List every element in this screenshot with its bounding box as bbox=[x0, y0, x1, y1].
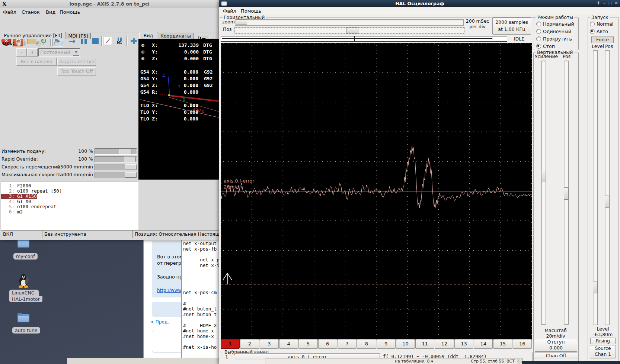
tab-mdi[interactable]: MDI [F5] bbox=[65, 33, 91, 39]
tux-penguin-icon[interactable] bbox=[17, 273, 30, 288]
channel-button-3[interactable]: 3 bbox=[260, 339, 279, 349]
desktop-icon-my-conf[interactable]: my-conf bbox=[13, 253, 38, 260]
axis-radio-x[interactable]: X bbox=[16, 41, 26, 46]
zoom-slider[interactable] bbox=[235, 19, 464, 26]
slider-handle[interactable] bbox=[125, 172, 137, 178]
gain-slider[interactable] bbox=[541, 61, 546, 325]
tool-touch-off-button[interactable]: Tool Touch Off bbox=[57, 67, 96, 75]
channel-button-13[interactable]: 13 bbox=[454, 339, 473, 349]
preview-panel[interactable]: Z Y X 150.0 ⊕X:137.339DTG ⊕Y:0.000DTG ⊕Z… bbox=[138, 39, 219, 180]
trigger-source-button[interactable]: SourceChan 1 bbox=[590, 345, 616, 358]
override-slider[interactable] bbox=[95, 164, 137, 170]
channel-button-7[interactable]: 7 bbox=[338, 339, 357, 349]
touch-off-button[interactable]: Задать отступ bbox=[57, 58, 96, 66]
tab-dro[interactable]: Координаты bbox=[157, 33, 194, 39]
chan-off-button[interactable]: Chan Off bbox=[535, 352, 577, 359]
channel-button-14[interactable]: 14 bbox=[474, 339, 493, 349]
desktop-icon-linuxcnc-label1[interactable]: LinuxCNC- bbox=[9, 290, 39, 296]
axis-radio-y[interactable]: Y bbox=[36, 41, 45, 46]
channel-button-9[interactable]: 9 bbox=[377, 339, 396, 349]
gain-slider-handle[interactable] bbox=[541, 170, 546, 182]
channel-button-1[interactable]: 1 bbox=[221, 339, 240, 349]
shade-button[interactable]: ↑ bbox=[596, 1, 601, 6]
gcode-line[interactable]: 4:G1 X0 bbox=[1, 199, 138, 204]
gain-label: Усиление bbox=[535, 54, 558, 59]
jog-plus-button[interactable]: + bbox=[27, 48, 38, 57]
axis-titlebar[interactable]: X loop.ngc - AXIS 2.7.8 on to_pci bbox=[0, 0, 219, 9]
samples-button[interactable]: 2000 samplesat 1,00 КГц bbox=[492, 17, 531, 35]
channel-button-4[interactable]: 4 bbox=[279, 339, 298, 349]
trigger-pos-slider[interactable] bbox=[605, 50, 610, 325]
jog-minus-button[interactable]: - bbox=[16, 48, 27, 57]
gcode-line[interactable]: 5:o100 endrepeat bbox=[1, 204, 138, 209]
run-mode-roll[interactable]: Прокрутить bbox=[536, 36, 572, 42]
gcode-line[interactable]: 6:m2 bbox=[1, 209, 138, 215]
close-button[interactable]: ✕ bbox=[614, 1, 619, 6]
override-slider[interactable] bbox=[95, 172, 137, 178]
channel-button-12[interactable]: 12 bbox=[435, 339, 454, 349]
window-menu-icon[interactable] bbox=[221, 1, 227, 6]
trigger-level-slider[interactable] bbox=[593, 50, 598, 325]
prev-page-link[interactable]: < Пред. bbox=[150, 319, 169, 325]
offset-button[interactable]: Отступ0.000 bbox=[535, 339, 577, 352]
desktop-icon-linuxcnc-label2[interactable]: HAL-1motor bbox=[9, 296, 42, 302]
channel-button-16[interactable]: 16 bbox=[513, 339, 532, 349]
axis-radio-z[interactable]: Z bbox=[54, 41, 64, 46]
axis-menubar: Файл Станок Вид Помощь bbox=[0, 8, 219, 16]
channel-button-10[interactable]: 10 bbox=[396, 339, 415, 349]
menu-file[interactable]: Файл bbox=[3, 9, 16, 15]
slider-handle[interactable] bbox=[124, 157, 136, 162]
manual-panel: Ось: X Y Z - + Постоянный ▼ Все в начало… bbox=[0, 39, 138, 146]
trigger-auto[interactable]: Авто bbox=[590, 29, 608, 34]
menu-help[interactable]: Помощь bbox=[60, 9, 80, 15]
override-slider[interactable] bbox=[95, 148, 137, 155]
editor-text[interactable]: net x-output net x-pos-fb net x-po net x… bbox=[183, 241, 219, 350]
force-button[interactable]: Force bbox=[591, 36, 614, 43]
trigger-level-handle[interactable] bbox=[593, 281, 598, 293]
homed-icon: ⊕ bbox=[141, 49, 148, 55]
slider-handle[interactable] bbox=[119, 149, 131, 154]
resize-grip[interactable] bbox=[517, 360, 522, 364]
trigger-edge-button[interactable]: Rising bbox=[590, 338, 616, 344]
axis-select-label: Ось: bbox=[2, 41, 14, 46]
gcode-line[interactable]: 2:o100 repeat [50] bbox=[1, 189, 138, 194]
trigger-normal[interactable]: Normal bbox=[590, 21, 613, 27]
pos-slider[interactable] bbox=[234, 27, 464, 34]
minimize-button[interactable]: – bbox=[602, 1, 607, 6]
channel-button-6[interactable]: 6 bbox=[318, 339, 337, 349]
trigger-pos-handle[interactable] bbox=[605, 196, 610, 208]
menu-machine[interactable]: Станок bbox=[22, 9, 40, 15]
menu-file[interactable]: Файл bbox=[223, 8, 236, 14]
gcode-line[interactable]: 1:F2000 bbox=[1, 183, 138, 189]
channel-button-5[interactable]: 5 bbox=[298, 339, 317, 349]
scope-titlebar[interactable]: HAL Осциллограф ↑ – □ ✕ bbox=[219, 0, 620, 7]
pos-slider-handle[interactable] bbox=[346, 28, 358, 33]
menu-help[interactable]: Помощь bbox=[241, 8, 261, 14]
trigger-level-label: Level bbox=[592, 44, 604, 49]
trigger-position-marker[interactable] bbox=[223, 273, 232, 284]
channel-button-8[interactable]: 8 bbox=[357, 339, 376, 349]
run-mode-normal[interactable]: Нормальный bbox=[536, 21, 574, 27]
tab-preview[interactable]: Вид bbox=[139, 32, 157, 39]
maximize-button[interactable]: □ bbox=[608, 1, 613, 6]
slider-handle[interactable] bbox=[125, 164, 137, 170]
desktop-icon-auto-tune[interactable]: auto tune bbox=[12, 327, 40, 334]
vertical-pos-slider[interactable] bbox=[564, 61, 569, 325]
menu-view[interactable]: Вид bbox=[46, 9, 55, 15]
home-all-button[interactable]: Все в начало bbox=[16, 58, 57, 66]
folder-icon[interactable] bbox=[17, 314, 29, 322]
gcode-listing[interactable]: 1:F2000 2:o100 repeat [50] 3:G1 X150 4:G… bbox=[1, 181, 138, 231]
run-mode-single[interactable]: Одиночный bbox=[536, 29, 571, 34]
run-mode-stop[interactable]: Стоп bbox=[536, 44, 555, 49]
override-slider[interactable] bbox=[95, 156, 137, 162]
channel-button-2[interactable]: 2 bbox=[240, 339, 259, 349]
zoom-slider-handle[interactable] bbox=[236, 19, 247, 25]
vertical-pos-slider-handle[interactable] bbox=[564, 187, 569, 200]
channel-button-11[interactable]: 11 bbox=[415, 339, 434, 349]
tab-manual-control[interactable]: Ручное управление [F3] bbox=[1, 32, 65, 39]
tab-width-dropdown[interactable]: на табуляции: 8 ▼ bbox=[395, 359, 433, 364]
folder-icon[interactable] bbox=[17, 239, 29, 248]
channel-button-15[interactable]: 15 bbox=[493, 339, 512, 349]
jog-mode-dropdown[interactable]: Постоянный ▼ bbox=[38, 48, 80, 57]
gcode-line-active[interactable]: 3:G1 X150 bbox=[1, 194, 138, 199]
